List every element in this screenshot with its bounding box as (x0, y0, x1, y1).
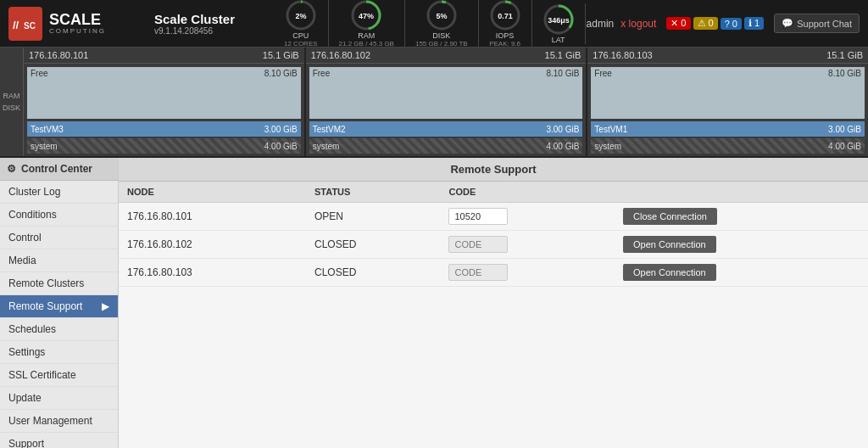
row1-code-input[interactable] (448, 208, 508, 225)
row2-status: CLOSED (306, 231, 440, 259)
content-area: Remote Support NODE STATUS CODE 176.16.8… (119, 158, 868, 448)
cluster-version: v9.1.14.208456 (154, 26, 256, 36)
disk-metric-label: DISK (432, 31, 450, 40)
free-label-2: Free (313, 69, 331, 117)
col-header-action (615, 182, 868, 203)
system-size-3: 4.00 GiB (828, 142, 861, 151)
node-storage-1: Free 8.10 GiB TestVM3 3.00 GiB system 4.… (24, 64, 304, 156)
node-size-1: 15.1 GiB (263, 50, 299, 60)
sidebar-label-ssl-certificate: SSL Certificate (8, 369, 76, 381)
sidebar-item-remote-clusters[interactable]: Remote Clusters (0, 272, 118, 295)
alert-warning: ⚠ 0 (693, 17, 718, 30)
sidebar-item-cluster-log[interactable]: Cluster Log (0, 181, 118, 204)
table-row: 176.16.80.103 CLOSED Open Connection (119, 259, 868, 287)
iops-metric-label: IOPS (496, 31, 515, 40)
row1-action-button[interactable]: Close Connection (623, 208, 717, 225)
vm-name-3: TestVM1 (594, 125, 627, 134)
node-panel-3: 176.16.80.103 15.1 GiB Free 8.10 GiB Tes… (587, 48, 868, 156)
node-size-2: 15.1 GiB (545, 50, 581, 60)
ram-metric-sub: 21.2 GB / 45.3 GB (339, 40, 394, 48)
scale-logo-icon: // SC (8, 7, 42, 41)
storage-free-2: Free 8.10 GiB (309, 67, 583, 119)
storage-free-1: Free 8.10 GiB (27, 67, 301, 119)
sidebar-label-support: Support (8, 438, 44, 448)
node-panel-1: 176.16.80.101 15.1 GiB Free 8.10 GiB Tes… (24, 48, 306, 156)
node-ip-3: 176.16.80.103 (593, 50, 652, 60)
sidebar-item-control[interactable]: Control (0, 227, 118, 249)
alerts-area: ✕ 0 ⚠ 0 ? 0 ℹ 1 (666, 17, 764, 30)
sidebar-item-ssl-certificate[interactable]: SSL Certificate (0, 364, 118, 387)
sidebar-item-update[interactable]: Update (0, 387, 118, 410)
sidebar-label-settings: Settings (8, 346, 45, 358)
chat-icon: 💬 (782, 18, 793, 29)
row2-code-input[interactable] (448, 236, 508, 253)
alert-question: ? 0 (721, 18, 742, 30)
support-chat-button[interactable]: 💬 Support Chat (774, 14, 860, 33)
node-bar: RAM DISK 176.16.80.101 15.1 GiB Free 8.1… (0, 48, 868, 158)
header: // SC SCALE COMPUTING Scale Cluster v9.1… (0, 0, 868, 48)
sidebar-item-media[interactable]: Media (0, 249, 118, 272)
table-row: 176.16.80.101 OPEN Close Connection (119, 203, 868, 231)
row3-action-cell: Open Connection (615, 259, 868, 287)
remote-support-title: Remote Support (119, 158, 868, 182)
row1-code-cell (440, 203, 615, 231)
sidebar-label-control: Control (8, 232, 42, 244)
svg-text:346μs: 346μs (548, 16, 570, 25)
alert-info: ℹ 1 (744, 17, 764, 30)
metric-lat: 346μs LAT (532, 3, 586, 44)
metric-iops: 0.71 IOPS PEAK: 9.6 (479, 0, 532, 48)
sidebar-item-support[interactable]: Support (0, 433, 118, 448)
system-label-3: system (594, 142, 621, 151)
sidebar-item-conditions[interactable]: Conditions (0, 204, 118, 227)
ram-metric-label: RAM (358, 31, 375, 40)
logout-link[interactable]: x logout (620, 18, 656, 30)
storage-system-1: system 4.00 GiB (27, 138, 301, 154)
metric-disk: 5% DISK 155 GB / 2.90 TB (405, 0, 479, 48)
row3-code-input[interactable] (448, 264, 508, 281)
metric-ram: 47% RAM 21.2 GB / 45.3 GB (329, 0, 405, 48)
svg-text://: // (13, 19, 19, 31)
cluster-info: Scale Cluster v9.1.14.208456 (154, 12, 256, 36)
row3-code-cell (440, 259, 615, 287)
table-header-row: NODE STATUS CODE (119, 182, 868, 203)
col-header-code: CODE (440, 182, 615, 203)
free-label-1: Free (31, 69, 48, 117)
node-ip-1: 176.16.80.101 (29, 50, 88, 60)
main-content: ⚙ Control Center Cluster Log Conditions … (0, 158, 868, 448)
remote-support-table: NODE STATUS CODE 176.16.80.101 OPEN Clos… (119, 182, 868, 287)
node-header-2: 176.16.80.102 15.1 GiB (306, 48, 587, 64)
iops-metric-sub: PEAK: 9.6 (489, 40, 520, 48)
row3-action-button[interactable]: Open Connection (623, 264, 716, 281)
lat-metric-label: LAT (552, 36, 565, 44)
sidebar-item-user-management[interactable]: User Management (0, 410, 118, 433)
row2-code-cell (440, 231, 615, 259)
cpu-metric-sub: 12 CORES (284, 40, 318, 48)
sidebar-label-media: Media (8, 255, 36, 266)
sidebar-label-remote-support: Remote Support (8, 300, 82, 312)
sidebar-item-schedules[interactable]: Schedules (0, 318, 118, 341)
storage-system-2: system 4.00 GiB (309, 138, 583, 154)
sidebar-label-schedules: Schedules (8, 323, 56, 335)
vm-name-2: TestVM2 (313, 125, 346, 134)
metric-cpu: 2% CPU 12 CORES (274, 0, 329, 48)
metrics-bar: 2% CPU 12 CORES 47% RAM 21.2 GB / 45.3 G… (273, 0, 587, 48)
node-size-3: 15.1 GiB (826, 50, 863, 60)
node-panel-2: 176.16.80.102 15.1 GiB Free 8.10 GiB Tes… (306, 48, 588, 156)
sidebar-header: ⚙ Control Center (0, 158, 118, 181)
svg-text:SC: SC (24, 21, 36, 31)
svg-text:5%: 5% (436, 12, 447, 20)
logo-text-block: SCALE COMPUTING (49, 12, 106, 35)
sidebar-label-update: Update (8, 392, 42, 404)
sidebar-title: Control Center (21, 163, 92, 175)
sidebar-label-user-management: User Management (8, 415, 92, 427)
row2-action-cell: Open Connection (615, 231, 868, 259)
row1-status: OPEN (306, 203, 440, 231)
row2-action-button[interactable]: Open Connection (623, 236, 716, 253)
node-storage-2: Free 8.10 GiB TestVM2 3.00 GiB system 4.… (306, 64, 587, 156)
free-label-3: Free (594, 69, 612, 117)
free-size-2: 8.10 GiB (546, 69, 579, 117)
storage-vm-3: TestVM1 3.00 GiB (591, 121, 865, 137)
system-size-2: 4.00 GiB (546, 142, 579, 151)
sidebar-item-remote-support[interactable]: Remote Support ▶ (0, 295, 118, 318)
sidebar-item-settings[interactable]: Settings (0, 341, 118, 364)
